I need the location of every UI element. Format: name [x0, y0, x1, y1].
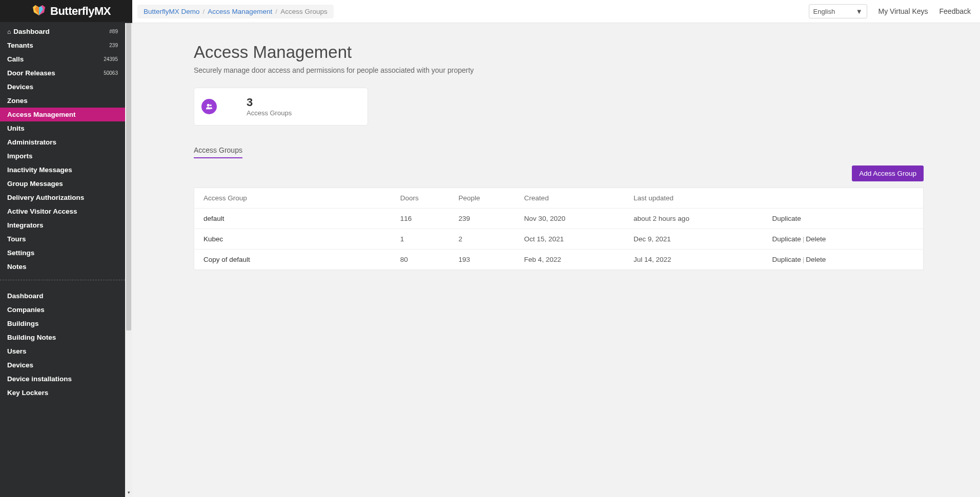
page-title: Access Management [194, 43, 924, 62]
chevron-down-icon: ▼ [856, 8, 863, 15]
action-separator: | [803, 256, 805, 263]
cell-doors: 1 [391, 229, 450, 250]
sidebar-item-label: Inactivity Messages [7, 166, 72, 174]
sidebar-badge: 50063 [104, 70, 118, 76]
sidebar-item-access-management[interactable]: Access Management [0, 108, 125, 121]
sidebar-item-settings[interactable]: Settings [0, 246, 125, 260]
home-icon: ⌂ [7, 29, 11, 35]
table-row[interactable]: Kubec12Oct 15, 2021Dec 9, 2021Duplicate|… [194, 229, 924, 250]
sidebar-item-notes[interactable]: Notes [0, 260, 125, 274]
cell-name: Copy of default [194, 250, 391, 270]
feedback-link[interactable]: Feedback [940, 7, 971, 15]
sidebar-badge: 24395 [104, 56, 118, 62]
sidebar-item-label: Group Messages [7, 180, 63, 188]
sidebar-item-integrators[interactable]: Integrators [0, 218, 125, 232]
sidebar-item-companies[interactable]: Companies [0, 303, 125, 317]
sidebar-item-group-messages[interactable]: Group Messages [0, 177, 125, 191]
cell-doors: 116 [391, 209, 450, 229]
cell-people: 2 [450, 229, 515, 250]
sidebar-badge: 239 [109, 43, 118, 48]
sidebar-item-label: Calls [7, 55, 24, 63]
sidebar-item-door-releases[interactable]: Door Releases50063 [0, 66, 125, 80]
sidebar-item-label: Zones [7, 97, 28, 105]
logo-bar: ButterflyMX [0, 0, 132, 22]
duplicate-action[interactable]: Duplicate [772, 256, 801, 263]
sidebar-item-devices[interactable]: Devices [0, 358, 125, 372]
sidebar-item-dashboard[interactable]: ⌂Dashboard#89 [0, 25, 125, 38]
col-created[interactable]: Created [515, 188, 624, 209]
sidebar-item-units[interactable]: Units [0, 121, 125, 135]
sidebar-item-label: Companies [7, 306, 45, 314]
sidebar-item-label: Notes [7, 263, 27, 271]
col-access-group[interactable]: Access Group [194, 188, 391, 209]
sidebar-item-label: Tours [7, 235, 26, 243]
duplicate-action[interactable]: Duplicate [772, 235, 801, 243]
cell-created: Oct 15, 2021 [515, 229, 624, 250]
my-virtual-keys-link[interactable]: My Virtual Keys [879, 7, 928, 15]
sidebar-item-label: Access Management [7, 111, 76, 118]
sidebar-item-label: Settings [7, 249, 34, 257]
sidebar-scrollbar[interactable]: ▾ [125, 23, 132, 497]
sidebar-item-inactivity-messages[interactable]: Inactivity Messages [0, 163, 125, 177]
table-row[interactable]: default116239Nov 30, 2020about 2 hours a… [194, 209, 924, 229]
stat-value: 3 [247, 96, 292, 109]
sidebar-item-imports[interactable]: Imports [0, 149, 125, 163]
sidebar-item-calls[interactable]: Calls24395 [0, 52, 125, 66]
content: Access Management Securely manage door a… [132, 23, 980, 270]
table-row[interactable]: Copy of default80193Feb 4, 2022Jul 14, 2… [194, 250, 924, 270]
sidebar-item-device-installations[interactable]: Device installations [0, 372, 125, 386]
cell-actions: Duplicate|Delete [763, 229, 923, 250]
tab-access-groups[interactable]: Access Groups [194, 146, 242, 158]
sidebar-item-label: Dashboard [13, 28, 50, 35]
sidebar-item-label: Delivery Authorizations [7, 194, 84, 201]
sidebar-item-label: Units [7, 125, 25, 132]
sidebar-item-administrators[interactable]: Administrators [0, 135, 125, 149]
svg-point-0 [207, 104, 210, 107]
duplicate-action[interactable]: Duplicate [772, 215, 801, 222]
sidebar-item-label: Imports [7, 152, 33, 160]
sidebar-item-dashboard[interactable]: Dashboard [0, 289, 125, 303]
sidebar-item-label: Users [7, 347, 27, 355]
sidebar-item-users[interactable]: Users [0, 344, 125, 358]
tabs: Access Groups [194, 146, 924, 158]
sidebar-item-building-notes[interactable]: Building Notes [0, 330, 125, 344]
sidebar-item-delivery-authorizations[interactable]: Delivery Authorizations [0, 191, 125, 204]
col-last-updated[interactable]: Last updated [624, 188, 763, 209]
stat-card: 3 Access Groups [194, 88, 368, 126]
sidebar-scroll[interactable]: ⌂Dashboard#89Tenants239Calls24395Door Re… [0, 22, 125, 497]
sidebar-badge: #89 [109, 29, 118, 34]
language-selected: English [813, 8, 835, 15]
delete-action[interactable]: Delete [806, 256, 826, 263]
col-people[interactable]: People [450, 188, 515, 209]
cell-name: Kubec [194, 229, 391, 250]
sidebar-item-label: Buildings [7, 320, 39, 327]
scrollbar-down-arrow[interactable]: ▾ [125, 490, 132, 497]
butterfly-logo-icon [32, 4, 46, 18]
sidebar-item-tours[interactable]: Tours [0, 232, 125, 246]
breadcrumb-demo[interactable]: ButterflyMX Demo [144, 8, 200, 15]
cell-updated: Jul 14, 2022 [624, 250, 763, 270]
breadcrumb: ButterflyMX Demo / Access Management / A… [137, 5, 334, 18]
sidebar-item-devices[interactable]: Devices [0, 80, 125, 94]
sidebar-item-label: Building Notes [7, 334, 56, 341]
scrollbar-thumb[interactable] [126, 23, 131, 330]
sidebar-item-active-visitor-access[interactable]: Active Visitor Access [0, 204, 125, 218]
cell-people: 239 [450, 209, 515, 229]
breadcrumb-access-management[interactable]: Access Management [208, 8, 272, 15]
sidebar-item-tenants[interactable]: Tenants239 [0, 38, 125, 52]
cell-actions: Duplicate|Delete [763, 250, 923, 270]
language-select[interactable]: English ▼ [809, 4, 867, 18]
cell-people: 193 [450, 250, 515, 270]
delete-action[interactable]: Delete [806, 235, 826, 243]
sidebar-item-buildings[interactable]: Buildings [0, 317, 125, 330]
sidebar-item-label: Administrators [7, 138, 56, 146]
sidebar-item-zones[interactable]: Zones [0, 94, 125, 108]
cell-created: Feb 4, 2022 [515, 250, 624, 270]
add-access-group-button[interactable]: Add Access Group [852, 165, 924, 181]
sidebar-item-label: Dashboard [7, 292, 44, 300]
col-doors[interactable]: Doors [391, 188, 450, 209]
access-groups-table: Access Group Doors People Created Last u… [194, 188, 924, 270]
breadcrumb-current: Access Groups [280, 8, 328, 15]
cell-updated: about 2 hours ago [624, 209, 763, 229]
sidebar-item-key-lockers[interactable]: Key Lockers [0, 386, 125, 400]
